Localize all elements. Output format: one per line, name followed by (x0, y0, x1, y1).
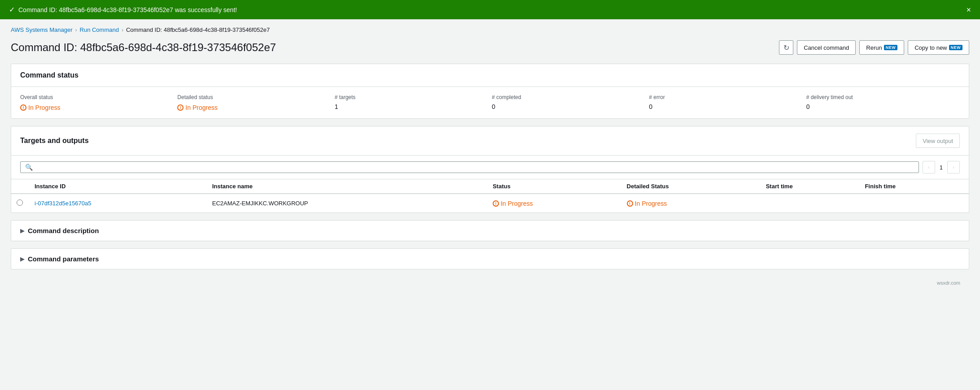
row-status-badge: ! In Progress (493, 200, 533, 207)
row-status-text: In Progress (501, 200, 533, 207)
breadcrumb-link-run-command[interactable]: Run Command (80, 26, 119, 33)
command-parameters-toggle[interactable]: ▶ Command parameters (11, 249, 969, 269)
search-input[interactable] (35, 164, 914, 171)
status-item-timed-out: # delivery timed out 0 (806, 94, 960, 111)
col-finish-time: Finish time (859, 179, 969, 194)
table-header-row: Instance ID Instance name Status Detaile… (11, 179, 969, 194)
page-title-row: Command ID: 48fbc5a6-698d-4c38-8f19-3735… (11, 40, 969, 55)
command-status-card: Command status Overall status ! In Progr… (11, 64, 969, 119)
breadcrumb: AWS Systems Manager › Run Command › Comm… (11, 26, 969, 33)
targets-table: Instance ID Instance name Status Detaile… (11, 179, 969, 212)
timed-out-label: # delivery timed out (806, 94, 960, 100)
row-radio-input[interactable] (17, 199, 23, 206)
status-item-overall: Overall status ! In Progress (20, 94, 174, 111)
success-banner: ✓ Command ID: 48fbc5a6-698d-4c38-8f19-37… (0, 0, 980, 19)
command-status-header: Command status (11, 64, 969, 87)
footer: wsxdr.com (11, 277, 969, 289)
command-description-card: ▶ Command description (11, 220, 969, 241)
copy-to-new-button[interactable]: Copy to new New (908, 40, 969, 55)
targets-outputs-header: Targets and outputs View output (11, 126, 969, 156)
col-radio (11, 179, 29, 194)
copy-new-badge: New (949, 45, 963, 51)
completed-value: 0 (492, 103, 645, 110)
table-row: i-07df312d5e15670a5 EC2AMAZ-EMJIKKC.WORK… (11, 194, 969, 212)
main-content: AWS Systems Manager › Run Command › Comm… (0, 19, 980, 296)
error-label: # error (649, 94, 802, 100)
row-detailed-status-badge: ! In Progress (627, 200, 667, 207)
row-status-cell: ! In Progress (487, 194, 621, 212)
command-parameters-chevron: ▶ (20, 256, 24, 262)
overall-status-value: ! In Progress (20, 104, 61, 111)
col-instance-id: Instance ID (29, 179, 207, 194)
overall-status-label: Overall status (20, 94, 174, 100)
command-description-toggle[interactable]: ▶ Command description (11, 221, 969, 241)
command-description-title: Command description (28, 227, 99, 234)
completed-label: # completed (492, 94, 645, 100)
targets-value: 1 (335, 103, 488, 110)
table-body: i-07df312d5e15670a5 EC2AMAZ-EMJIKKC.WORK… (11, 194, 969, 212)
status-item-detailed: Detailed status ! In Progress (177, 94, 331, 111)
timed-out-value: 0 (806, 103, 960, 110)
targets-outputs-card: Targets and outputs View output 🔍 ‹ 1 › … (11, 126, 969, 213)
row-instance-name-cell: EC2AMAZ-EMJIKKC.WORKGROUP (207, 194, 487, 212)
command-parameters-title: Command parameters (28, 255, 99, 263)
table-header: Instance ID Instance name Status Detaile… (11, 179, 969, 194)
next-page-button[interactable]: › (947, 161, 960, 173)
command-status-title: Command status (20, 71, 960, 79)
refresh-button[interactable]: ↻ (779, 40, 793, 55)
status-item-error: # error 0 (649, 94, 802, 111)
action-buttons: ↻ Cancel command Rerun New Copy to new N… (779, 40, 969, 55)
page-title: Command ID: 48fbc5a6-698d-4c38-8f19-3735… (11, 41, 276, 54)
row-instance-id-cell: i-07df312d5e15670a5 (29, 194, 207, 212)
instance-id-link[interactable]: i-07df312d5e15670a5 (35, 200, 92, 207)
overall-status-icon: ! (20, 104, 26, 111)
col-status: Status (487, 179, 621, 194)
banner-left: ✓ Command ID: 48fbc5a6-698d-4c38-8f19-37… (9, 5, 237, 14)
cancel-command-button[interactable]: Cancel command (797, 40, 856, 55)
search-area: 🔍 ‹ 1 › (11, 156, 969, 179)
breadcrumb-link-systems-manager[interactable]: AWS Systems Manager (11, 26, 73, 33)
row-finish-time-cell (859, 194, 969, 212)
detailed-status-label: Detailed status (177, 94, 331, 100)
banner-message: Command ID: 48fbc5a6-698d-4c38-8f19-3735… (18, 6, 237, 13)
row-detailed-status-icon: ! (627, 200, 633, 207)
status-item-completed: # completed 0 (492, 94, 645, 111)
view-output-button[interactable]: View output (916, 134, 960, 148)
copy-to-new-label: Copy to new (914, 44, 947, 51)
row-status-icon: ! (493, 200, 499, 207)
overall-status-text: In Progress (28, 104, 61, 111)
rerun-new-badge: New (884, 45, 898, 51)
row-instance-name: EC2AMAZ-EMJIKKC.WORKGROUP (212, 200, 308, 207)
col-start-time: Start time (761, 179, 860, 194)
breadcrumb-sep-1: › (75, 27, 77, 33)
targets-label: # targets (335, 94, 488, 100)
status-item-targets: # targets 1 (335, 94, 488, 111)
search-input-wrapper: 🔍 (20, 161, 919, 173)
detailed-status-text: In Progress (185, 104, 218, 111)
view-output-label: View output (923, 138, 953, 144)
search-icon: 🔍 (25, 164, 33, 171)
col-instance-name: Instance name (207, 179, 487, 194)
rerun-button[interactable]: Rerun New (859, 40, 904, 55)
detailed-status-icon: ! (177, 104, 184, 111)
prev-page-button[interactable]: ‹ (923, 161, 935, 173)
col-detailed-status: Detailed Status (621, 179, 761, 194)
row-start-time-cell (761, 194, 860, 212)
targets-outputs-title: Targets and outputs (20, 137, 89, 145)
banner-close-button[interactable]: × (966, 6, 971, 14)
command-description-chevron: ▶ (20, 228, 24, 234)
command-parameters-card: ▶ Command parameters (11, 248, 969, 269)
check-icon: ✓ (9, 5, 15, 14)
cancel-command-label: Cancel command (804, 44, 849, 51)
row-radio-cell[interactable] (11, 194, 29, 212)
footer-text: wsxdr.com (937, 280, 960, 286)
page-number: 1 (937, 164, 945, 171)
rerun-label: Rerun (866, 44, 882, 51)
status-grid: Overall status ! In Progress Detailed st… (11, 87, 969, 118)
error-value: 0 (649, 103, 802, 110)
row-detailed-status-text: In Progress (635, 200, 667, 207)
breadcrumb-sep-2: › (122, 27, 123, 33)
pagination-area: ‹ 1 › (923, 161, 960, 173)
row-detailed-status-cell: ! In Progress (621, 194, 761, 212)
detailed-status-value: ! In Progress (177, 104, 218, 111)
